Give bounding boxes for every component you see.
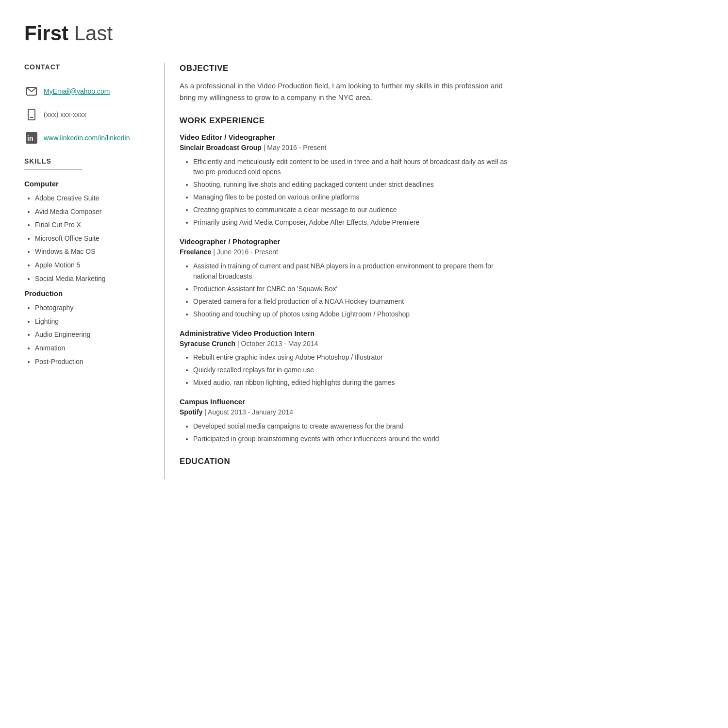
production-skills-list: Photography Lighting Audio Engineering A…: [24, 303, 154, 366]
job-4-title: Campus Influencer: [180, 397, 510, 407]
skill-social-media: Social Media Marketing: [35, 274, 154, 284]
job-2-bullet-2: Production Assistant for CNBC on 'Squawk…: [193, 284, 510, 294]
job-3: Administrative Video Production Intern S…: [180, 328, 510, 388]
svg-text:in: in: [27, 134, 33, 142]
job-3-bullet-1: Rebuilt entire graphic index using Adobe…: [193, 352, 510, 363]
job-2-bullet-1: Assisted in training of current and past…: [193, 261, 510, 281]
phone-item: (xxx) xxx-xxxx: [24, 107, 154, 122]
job-4-bullet-2: Participated in group brainstorming even…: [193, 434, 510, 444]
job-4-dates: August 2013 - January 2014: [208, 408, 293, 416]
svg-rect-1: [28, 109, 35, 120]
job-2-dates: June 2016 - Present: [217, 248, 278, 256]
linkedin-link[interactable]: www.linkedin.com/in/linkedin: [44, 133, 130, 143]
job-3-title: Administrative Video Production Intern: [180, 328, 510, 338]
skills-divider: [24, 169, 83, 170]
skills-section: SKILLS Computer Adobe Creative Suite Avi…: [24, 157, 154, 366]
contact-section: CONTACT MyEmail@yahoo.com: [24, 63, 154, 146]
job-2: Videographer / Photographer Freelance | …: [180, 236, 510, 319]
job-2-bullet-3: Operated camera for a field production o…: [193, 297, 510, 307]
skill-adobe-creative-suite: Adobe Creative Suite: [35, 194, 154, 203]
phone-text: (xxx) xxx-xxxx: [44, 110, 86, 120]
computer-skills-list: Adobe Creative Suite Avid Media Composer…: [24, 194, 154, 283]
production-heading: Production: [24, 288, 154, 298]
job-1-bullet-2: Shooting, running live shots and editing…: [193, 180, 510, 190]
job-2-separator: |: [213, 248, 217, 256]
work-experience-section: WORK EXPERIENCE Video Editor / Videograp…: [180, 115, 510, 444]
job-1-bullet-3: Managing files to be posted on various o…: [193, 192, 510, 202]
skill-apple-motion: Apple Motion 5: [35, 261, 154, 270]
job-1-company: Sinclair Broadcast Group: [180, 144, 262, 151]
last-name: Last: [68, 22, 113, 45]
sidebar: CONTACT MyEmail@yahoo.com: [24, 63, 165, 479]
job-1-dates: May 2016 - Present: [267, 144, 326, 151]
job-3-bullet-2: Quickly recalled replays for in-game use: [193, 365, 510, 375]
work-experience-heading: WORK EXPERIENCE: [180, 115, 510, 128]
job-3-bullets: Rebuilt entire graphic index using Adobe…: [180, 352, 510, 388]
contact-divider: [24, 75, 83, 75]
job-1-title: Video Editor / Videographer: [180, 132, 510, 142]
linkedin-item: in www.linkedin.com/in/linkedin: [24, 131, 154, 145]
skill-final-cut-pro: Final Cut Pro X: [35, 220, 154, 230]
job-3-dates: October 2013 - May 2014: [241, 340, 318, 347]
linkedin-icon: in: [24, 131, 39, 145]
first-name: First: [24, 22, 68, 45]
computer-heading: Computer: [24, 179, 154, 189]
skill-audio-engineering: Audio Engineering: [35, 330, 154, 340]
job-2-bullets: Assisted in training of current and past…: [180, 261, 510, 319]
education-section: EDUCATION: [180, 456, 510, 467]
skill-microsoft-office: Microsoft Office Suite: [35, 234, 154, 244]
job-1-bullet-4: Creating graphics to communicate a clear…: [193, 205, 510, 215]
job-1-bullet-5: Primarily using Avid Media Composer, Ado…: [193, 217, 510, 228]
job-3-meta: Syracuse Crunch | October 2013 - May 201…: [180, 339, 510, 349]
email-item: MyEmail@yahoo.com: [24, 84, 154, 99]
job-4: Campus Influencer Spotify | August 2013 …: [180, 397, 510, 444]
job-4-bullet-1: Developed social media campaigns to crea…: [193, 421, 510, 431]
job-3-company: Syracuse Crunch: [180, 340, 235, 347]
job-2-bullet-4: Shooting and touching up of photos using…: [193, 309, 510, 319]
skill-avid-media-composer: Avid Media Composer: [35, 207, 154, 217]
resume-name: First Last: [24, 19, 510, 48]
phone-icon: [24, 107, 39, 122]
objective-section: OBJECTIVE As a professional in the Video…: [180, 63, 510, 103]
main-content: OBJECTIVE As a professional in the Video…: [165, 63, 510, 479]
skill-windows-mac: Windows & Mac OS: [35, 247, 154, 257]
job-1-bullet-1: Efficiently and meticulously edit conten…: [193, 157, 510, 177]
skills-heading: SKILLS: [24, 157, 154, 166]
skill-photography: Photography: [35, 303, 154, 313]
contact-heading: CONTACT: [24, 63, 154, 72]
email-icon: [24, 84, 39, 99]
skill-post-production: Post-Production: [35, 357, 154, 367]
job-2-meta: Freelance | June 2016 - Present: [180, 248, 510, 257]
skill-animation: Animation: [35, 344, 154, 353]
objective-heading: OBJECTIVE: [180, 63, 510, 75]
job-3-bullet-3: Mixed audio, ran ribbon lighting, edited…: [193, 378, 510, 388]
job-4-company: Spotify: [180, 408, 202, 416]
job-1-bullets: Efficiently and meticulously edit conten…: [180, 157, 510, 228]
education-heading: EDUCATION: [180, 456, 510, 467]
job-3-separator: |: [237, 340, 241, 347]
job-2-company: Freelance: [180, 248, 211, 256]
job-1-meta: Sinclair Broadcast Group | May 2016 - Pr…: [180, 143, 510, 153]
job-4-bullets: Developed social media campaigns to crea…: [180, 421, 510, 444]
skill-lighting: Lighting: [35, 317, 154, 327]
email-link[interactable]: MyEmail@yahoo.com: [44, 87, 110, 97]
objective-text: As a professional in the Video Productio…: [180, 80, 510, 103]
job-4-meta: Spotify | August 2013 - January 2014: [180, 408, 510, 417]
job-2-title: Videographer / Photographer: [180, 236, 510, 247]
job-1: Video Editor / Videographer Sinclair Bro…: [180, 132, 510, 228]
